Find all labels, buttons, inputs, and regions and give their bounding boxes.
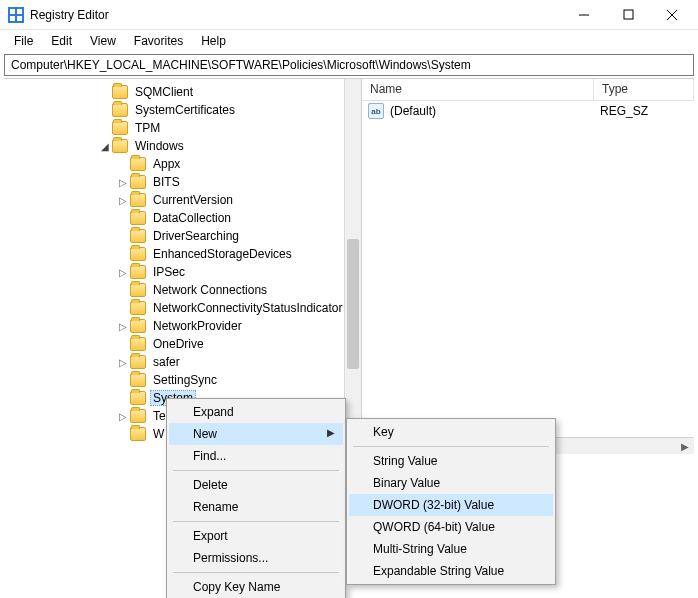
folder-icon	[130, 391, 146, 405]
ctx-item-expand[interactable]: Expand	[169, 401, 343, 423]
tree-node[interactable]: TPM	[4, 119, 361, 137]
value-type: REG_SZ	[600, 104, 648, 118]
folder-icon	[130, 355, 146, 369]
tree-node[interactable]: SQMClient	[4, 83, 361, 101]
tree-node[interactable]: ▷NetworkProvider	[4, 317, 361, 335]
menu-separator	[353, 446, 549, 447]
value-name: (Default)	[390, 104, 600, 118]
list-header: Name Type	[362, 79, 694, 101]
tree-scrollbar[interactable]	[344, 79, 361, 437]
ctx-item-delete[interactable]: Delete	[169, 474, 343, 496]
ctx-item-permissions[interactable]: Permissions...	[169, 547, 343, 569]
folder-icon	[112, 121, 128, 135]
ctx-item-rename[interactable]: Rename	[169, 496, 343, 518]
ctx-new-qword-64-bit-value[interactable]: QWORD (64-bit) Value	[349, 516, 553, 538]
scroll-right-icon[interactable]: ▶	[677, 441, 692, 452]
ctx-item-export[interactable]: Export	[169, 525, 343, 547]
tree-node[interactable]: DataCollection	[4, 209, 361, 227]
tree-node[interactable]: ▷BITS	[4, 173, 361, 191]
folder-icon	[130, 319, 146, 333]
tree-label: EnhancedStorageDevices	[150, 246, 295, 262]
tree-label: Windows	[132, 138, 187, 154]
tree-node[interactable]: SystemCertificates	[4, 101, 361, 119]
ctx-new-key[interactable]: Key	[349, 421, 553, 443]
tree-label: DriverSearching	[150, 228, 242, 244]
expand-icon[interactable]: ▷	[116, 357, 130, 368]
tree-node[interactable]: ▷safer	[4, 353, 361, 371]
menu-separator	[173, 572, 339, 573]
expand-icon[interactable]: ▷	[116, 177, 130, 188]
minimize-button[interactable]	[562, 1, 606, 29]
tree-node[interactable]: ▷IPSec	[4, 263, 361, 281]
tree-node[interactable]: EnhancedStorageDevices	[4, 245, 361, 263]
expand-icon[interactable]: ▷	[116, 321, 130, 332]
menu-file[interactable]: File	[6, 32, 41, 50]
svg-rect-1	[10, 9, 15, 14]
column-header-name[interactable]: Name	[362, 79, 594, 100]
menu-view[interactable]: View	[82, 32, 124, 50]
ctx-new-multi-string-value[interactable]: Multi-String Value	[349, 538, 553, 560]
tree-label: W	[150, 426, 167, 442]
folder-icon	[112, 85, 128, 99]
menu-bar: File Edit View Favorites Help	[0, 30, 698, 52]
expand-icon[interactable]: ▷	[116, 411, 130, 422]
ctx-new-dword-32-bit-value[interactable]: DWORD (32-bit) Value	[349, 494, 553, 516]
list-pane[interactable]: Name Type ab (Default) REG_SZ ◀ ▶	[362, 79, 694, 454]
tree-label: SettingSync	[150, 372, 220, 388]
column-header-type[interactable]: Type	[594, 79, 694, 100]
menu-favorites[interactable]: Favorites	[126, 32, 191, 50]
tree-node[interactable]: NetworkConnectivityStatusIndicator	[4, 299, 361, 317]
tree-label: Network Connections	[150, 282, 270, 298]
tree-node[interactable]: Appx	[4, 155, 361, 173]
context-menu: ExpandNew▶Find...DeleteRenameExportPermi…	[166, 398, 346, 598]
ctx-item-copy-key-name[interactable]: Copy Key Name	[169, 576, 343, 598]
menu-separator	[173, 470, 339, 471]
expand-icon[interactable]: ▷	[116, 267, 130, 278]
tree-node[interactable]: ◢Windows	[4, 137, 361, 155]
address-bar[interactable]: Computer\HKEY_LOCAL_MACHINE\SOFTWARE\Pol…	[4, 54, 694, 76]
submenu-arrow-icon: ▶	[327, 427, 335, 438]
tree-node[interactable]: SettingSync	[4, 371, 361, 389]
folder-icon	[130, 229, 146, 243]
folder-icon	[130, 283, 146, 297]
tree-node[interactable]: Network Connections	[4, 281, 361, 299]
context-submenu-new: KeyString ValueBinary ValueDWORD (32-bit…	[346, 418, 556, 585]
folder-icon	[130, 193, 146, 207]
scrollbar-thumb[interactable]	[347, 239, 359, 369]
tree-label: safer	[150, 354, 183, 370]
folder-icon	[130, 409, 146, 423]
string-value-icon: ab	[368, 103, 384, 119]
tree-label: SystemCertificates	[132, 102, 238, 118]
tree-node[interactable]: DriverSearching	[4, 227, 361, 245]
tree-label: CurrentVersion	[150, 192, 236, 208]
ctx-new-expandable-string-value[interactable]: Expandable String Value	[349, 560, 553, 582]
menu-help[interactable]: Help	[193, 32, 234, 50]
app-icon	[8, 7, 24, 23]
ctx-item-find[interactable]: Find...	[169, 445, 343, 467]
ctx-new-string-value[interactable]: String Value	[349, 450, 553, 472]
folder-icon	[130, 373, 146, 387]
tree-label: TPM	[132, 120, 163, 136]
ctx-item-new[interactable]: New▶	[169, 423, 343, 445]
folder-icon	[112, 139, 128, 153]
title-bar: Registry Editor	[0, 0, 698, 30]
folder-icon	[130, 175, 146, 189]
tree-label: BITS	[150, 174, 183, 190]
maximize-button[interactable]	[606, 1, 650, 29]
svg-rect-6	[624, 10, 633, 19]
folder-icon	[130, 337, 146, 351]
tree-node[interactable]: ▷CurrentVersion	[4, 191, 361, 209]
svg-rect-4	[17, 16, 22, 21]
close-button[interactable]	[650, 1, 694, 29]
folder-icon	[112, 103, 128, 117]
tree-label: Appx	[150, 156, 183, 172]
menu-edit[interactable]: Edit	[43, 32, 80, 50]
tree-label: OneDrive	[150, 336, 207, 352]
expand-icon[interactable]: ▷	[116, 195, 130, 206]
tree-node[interactable]: OneDrive	[4, 335, 361, 353]
ctx-new-binary-value[interactable]: Binary Value	[349, 472, 553, 494]
folder-icon	[130, 265, 146, 279]
tree-label: SQMClient	[132, 84, 196, 100]
list-row[interactable]: ab (Default) REG_SZ	[362, 101, 694, 121]
collapse-icon[interactable]: ◢	[98, 141, 112, 152]
